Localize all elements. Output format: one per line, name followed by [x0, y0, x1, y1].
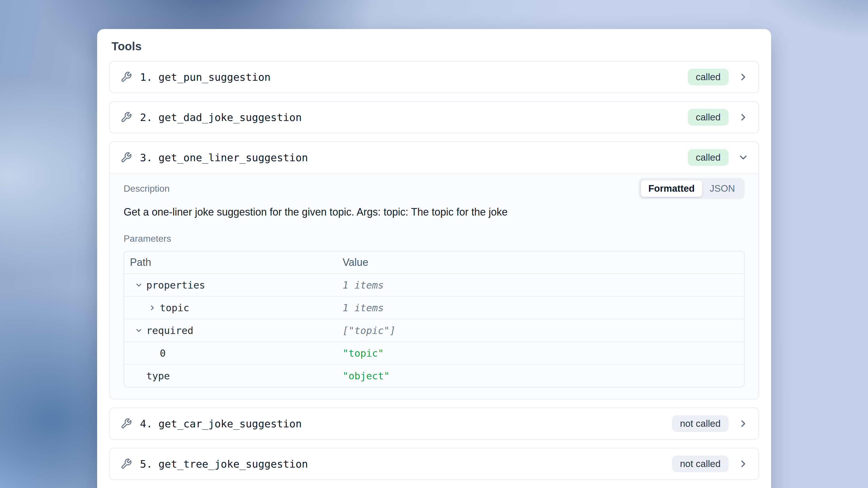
- chevron-right-icon: [738, 418, 749, 429]
- description-label: Description: [124, 183, 169, 194]
- wrench-icon: [120, 152, 132, 163]
- wrench-icon: [120, 458, 132, 469]
- tool-item: 4.get_car_joke_suggestion not called: [109, 407, 759, 440]
- tool-description: Get a one-liner joke suggestion for the …: [124, 206, 745, 218]
- path-column-header: Path: [130, 256, 151, 268]
- chevron-right-icon: [738, 458, 749, 469]
- param-value: "object": [343, 370, 390, 382]
- parameters-table: Path Value properties 1 items topic 1 it…: [124, 251, 745, 388]
- param-path: required: [146, 325, 193, 336]
- table-row: type "object": [124, 364, 744, 387]
- tool-header-get_pun_suggestion[interactable]: 1.get_pun_suggestion called: [110, 61, 758, 93]
- tool-title: get_car_joke_suggestion: [158, 418, 302, 430]
- table-row[interactable]: topic 1 items: [124, 296, 744, 319]
- tool-title: get_one_liner_suggestion: [158, 152, 308, 163]
- chevron-right-icon: [148, 304, 156, 312]
- tool-header-get_car_joke_suggestion[interactable]: 4.get_car_joke_suggestion not called: [110, 408, 758, 439]
- table-row[interactable]: properties 1 items: [124, 273, 744, 296]
- tool-title: get_dad_joke_suggestion: [158, 112, 302, 123]
- expand-chevron: [738, 152, 749, 163]
- status-badge: called: [688, 69, 728, 85]
- view-toggle: FormattedJSON: [639, 178, 745, 199]
- tool-index: 3.: [140, 152, 152, 163]
- tool-title: get_pun_suggestion: [158, 71, 271, 83]
- tool-name: 3.get_one_liner_suggestion: [140, 152, 308, 163]
- table-header-row: Path Value: [124, 251, 744, 273]
- tool-index: 5.: [140, 458, 152, 470]
- tool-item: 5.get_tree_joke_suggestion not called: [109, 448, 759, 480]
- wrench-icon: [120, 112, 132, 123]
- param-path: topic: [160, 302, 189, 313]
- tool-name: 4.get_car_joke_suggestion: [140, 418, 302, 430]
- desktop-wallpaper: { "window": { "title": "Tools" }, "color…: [0, 0, 868, 488]
- status-badge: called: [688, 149, 728, 166]
- param-value: ["topic"]: [343, 325, 396, 336]
- tool-name: 2.get_dad_joke_suggestion: [140, 112, 302, 123]
- table-row[interactable]: required ["topic"]: [124, 319, 744, 341]
- tool-name: 1.get_pun_suggestion: [140, 71, 271, 83]
- expand-chevron: [738, 458, 749, 469]
- chevron-right-icon: [738, 112, 749, 123]
- expand-chevron: [738, 71, 749, 83]
- param-value: "topic": [343, 347, 384, 359]
- expand-chevron: [738, 112, 749, 123]
- tool-header-get_dad_joke_suggestion[interactable]: 2.get_dad_joke_suggestion called: [110, 102, 758, 133]
- param-path: properties: [146, 279, 205, 291]
- tools-list: 1.get_pun_suggestion called 2.get_dad_jo…: [109, 61, 759, 480]
- chevron-down-icon: [135, 327, 143, 335]
- tool-index: 2.: [140, 112, 152, 123]
- param-path: type: [146, 370, 170, 382]
- tool-index: 4.: [140, 418, 152, 430]
- param-path: 0: [160, 347, 165, 359]
- toggle-json[interactable]: JSON: [702, 180, 742, 197]
- tool-header-get_one_liner_suggestion[interactable]: 3.get_one_liner_suggestion called: [110, 142, 758, 173]
- expand-chevron: [738, 418, 749, 429]
- toggle-formatted[interactable]: Formatted: [641, 180, 702, 197]
- tool-item: 3.get_one_liner_suggestion called Descri…: [109, 142, 759, 399]
- chevron-right-icon: [738, 71, 749, 83]
- chevron-down-icon: [738, 152, 749, 163]
- wrench-icon: [120, 418, 132, 429]
- tool-name: 5.get_tree_joke_suggestion: [140, 458, 308, 470]
- tool-index: 1.: [140, 71, 152, 83]
- param-value: 1 items: [343, 302, 384, 313]
- tool-item: 2.get_dad_joke_suggestion called: [109, 101, 759, 133]
- status-badge: not called: [672, 456, 728, 472]
- tool-detail-panel: Description FormattedJSON Get a one-line…: [110, 173, 758, 399]
- status-badge: not called: [672, 415, 728, 432]
- param-value: 1 items: [343, 279, 384, 291]
- wrench-icon: [120, 71, 132, 83]
- tool-title: get_tree_joke_suggestion: [158, 458, 308, 470]
- value-column-header: Value: [343, 256, 368, 268]
- tool-header-get_tree_joke_suggestion[interactable]: 5.get_tree_joke_suggestion not called: [110, 448, 758, 479]
- status-badge: called: [688, 109, 728, 126]
- tools-panel: Tools 1.get_pun_suggestion called 2.get_…: [97, 29, 771, 488]
- chevron-down-icon: [135, 281, 143, 289]
- parameters-label: Parameters: [124, 233, 745, 244]
- tool-item: 1.get_pun_suggestion called: [109, 61, 759, 93]
- table-row: 0 "topic": [124, 341, 744, 364]
- panel-title: Tools: [112, 40, 759, 53]
